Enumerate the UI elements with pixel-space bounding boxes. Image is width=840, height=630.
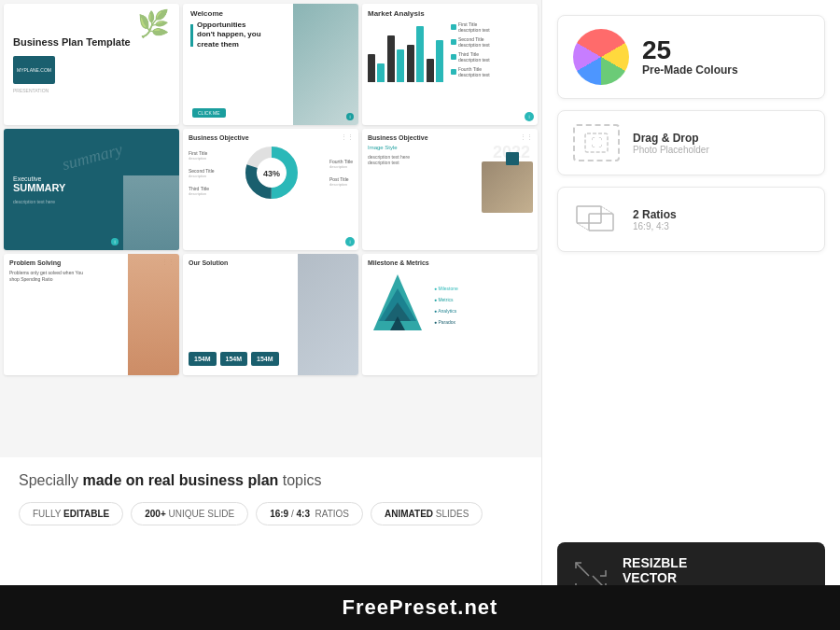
slide-6-title: Business Objective bbox=[368, 134, 532, 141]
slide-5-left-labels: First Titledescription Second Titledescr… bbox=[189, 150, 215, 196]
watermark-text: FreePreset.net bbox=[343, 595, 498, 620]
slide-3-num: i bbox=[525, 112, 534, 121]
slide-welcome[interactable]: Welcome Opportunities don't happen, you … bbox=[183, 4, 358, 125]
svg-line-14 bbox=[576, 563, 589, 576]
dragdrop-label: Drag & Drop bbox=[633, 132, 709, 145]
slide-4-description: description text here bbox=[13, 199, 65, 204]
ratios-label: 2 Ratios bbox=[633, 208, 677, 221]
legend-4: Fourth Titledescription text bbox=[451, 66, 490, 77]
badge-ratios-label: 16:9 / 4:3 RATIOS bbox=[270, 509, 349, 519]
legend-dot-3 bbox=[451, 54, 456, 60]
slide-6-box bbox=[506, 152, 519, 165]
slide-6-desc: description text here description text bbox=[368, 154, 433, 165]
pyramid-label-4: ● Paradox bbox=[434, 319, 458, 325]
colours-info: 25 Pre-Made Colours bbox=[642, 37, 738, 77]
pyramid-label-2: ● Metrics bbox=[434, 297, 458, 302]
bar-3a bbox=[407, 45, 414, 82]
slide-4-image bbox=[123, 175, 179, 250]
tagline: Specially made on real business plan top… bbox=[19, 472, 523, 489]
dragdrop-info: Drag & Drop Photo Placeholder bbox=[633, 132, 709, 155]
legend-dot-4 bbox=[451, 69, 456, 75]
badge-editable-bold: EDITABLE bbox=[63, 509, 109, 519]
slide-2-accent-bar bbox=[190, 24, 193, 47]
badges-row: FULLY EDITABLE 200+ UNIQUE SLIDE 16:9 / … bbox=[19, 502, 523, 525]
slide-5-right-labels: Fourth Titledescription Post Titledescri… bbox=[329, 159, 353, 187]
tagline-bold: made on real business plan bbox=[82, 472, 278, 488]
svg-text:43%: 43% bbox=[263, 169, 280, 178]
slide-cover[interactable]: 🌿 Business Plan Template MYPLANE.COM PRE… bbox=[4, 4, 179, 125]
legend-label-1: First Titledescription text bbox=[458, 21, 490, 33]
ratios-icon bbox=[573, 201, 620, 238]
tagline-suffix: topics bbox=[278, 472, 321, 488]
bar-2a bbox=[387, 35, 395, 82]
slide-milestone[interactable]: Milestone & Metrics ● Milestone ● Metric… bbox=[362, 254, 538, 375]
slide-5-label-4: Fourth Titledescription bbox=[329, 159, 353, 169]
legend-label-4: Fourth Titledescription text bbox=[458, 66, 490, 77]
pyramid-svg bbox=[368, 270, 428, 340]
slide-5-num: i bbox=[345, 237, 355, 246]
slide-6-image bbox=[482, 161, 533, 213]
slide-5-title: Business Objective bbox=[189, 134, 353, 141]
legend-label-3: Third Titledescription text bbox=[458, 51, 490, 63]
colours-label: Pre-Made Colours bbox=[642, 63, 738, 77]
bar-3b bbox=[416, 26, 424, 82]
slide-6-menu[interactable]: ⋮⋮ bbox=[520, 133, 533, 141]
ratios-sub: 16:9, 4:3 bbox=[633, 221, 677, 231]
ratios-info: 2 Ratios 16:9, 4:3 bbox=[633, 208, 677, 231]
badge-slides: 200+ UNIQUE SLIDE bbox=[131, 502, 248, 525]
stat-2: 154M bbox=[220, 352, 248, 366]
badge-ratios: 16:9 / 4:3 RATIOS bbox=[256, 502, 363, 525]
badge-editable: FULLY EDITABLE bbox=[19, 502, 123, 525]
slide-4-dot: i bbox=[111, 238, 119, 245]
stat-1: 154M bbox=[189, 352, 217, 366]
svg-line-13 bbox=[601, 206, 613, 214]
slide-1-logo-box: MYPLANE.COM bbox=[13, 56, 55, 84]
feature-ratios[interactable]: 2 Ratios 16:9, 4:3 bbox=[557, 187, 825, 252]
slide-3-content: First Titledescription text Second Title… bbox=[368, 21, 532, 87]
badge-animated: ANIMATED SLIDES bbox=[371, 502, 483, 525]
donut-chart-svg: 43% bbox=[244, 145, 300, 201]
slide-business-obj-2022[interactable]: ⋮⋮ 2022 Business Objective Image Style d… bbox=[362, 129, 538, 250]
slide-5-menu[interactable]: ⋮⋮ bbox=[341, 133, 354, 141]
slide-solution[interactable]: Our Solution 154M 154M 154M bbox=[183, 254, 358, 375]
slide-1-presentation-label: PRESENTATION bbox=[13, 88, 170, 93]
badge-animated-label: ANIMATED SLIDES bbox=[385, 509, 469, 519]
feature-colours[interactable]: 25 Pre-Made Colours bbox=[557, 15, 825, 99]
watermark-bar: FreePreset.net bbox=[0, 585, 840, 630]
colour-sphere-icon bbox=[573, 29, 629, 85]
slide-5-label-3: Third Titledescription bbox=[189, 186, 215, 196]
slide-market[interactable]: Market Analysis bbox=[362, 4, 538, 125]
pyramid-chart: ● Milestone ● Metrics ● Analytics ● Para… bbox=[368, 270, 532, 340]
slide-2-dot: i bbox=[346, 113, 354, 120]
main-left: 🌿 Business Plan Template MYPLANE.COM PRE… bbox=[0, 0, 541, 630]
pyramid-label-3: ● Analytics bbox=[434, 308, 458, 314]
slide-executive[interactable]: summary Executive SUMMARY description te… bbox=[4, 129, 179, 250]
slide-5-label-5: Post Titledescription bbox=[329, 176, 353, 187]
slide-4-title: SUMMARY bbox=[13, 182, 65, 193]
legend-3: Third Titledescription text bbox=[451, 51, 490, 63]
slide-5-label-1: First Titledescription bbox=[189, 150, 215, 161]
badge-slides-label: 200+ UNIQUE SLIDE bbox=[145, 509, 234, 519]
badge-slides-num: 200+ bbox=[145, 509, 166, 519]
slide-2-text: Opportunities don't happen, you create t… bbox=[197, 21, 262, 49]
bar-4b bbox=[436, 40, 443, 82]
legend-dot-2 bbox=[451, 39, 456, 45]
right-sidebar: 25 Pre-Made Colours ⛶ Drag & Drop Photo … bbox=[541, 0, 840, 630]
slide-2-image bbox=[293, 4, 358, 125]
bar-2b bbox=[397, 49, 404, 82]
bar-1b bbox=[377, 63, 385, 82]
dragdrop-sub: Photo Placeholder bbox=[633, 145, 709, 155]
feature-dragdrop[interactable]: ⛶ Drag & Drop Photo Placeholder bbox=[557, 110, 825, 175]
slide-9-title: Milestone & Metrics bbox=[368, 259, 532, 266]
slide-4-sub: Executive bbox=[13, 175, 65, 182]
svg-text:⛶: ⛶ bbox=[591, 136, 602, 149]
slide-business-obj-donut[interactable]: ⋮⋮ Business Objective First Titledescrip… bbox=[183, 129, 358, 250]
slide-7-text: Problems only get solved when You shop S… bbox=[9, 270, 84, 283]
legend-1: First Titledescription text bbox=[451, 21, 490, 33]
slide-2-button[interactable]: CLICK ME bbox=[192, 108, 226, 118]
colours-number: 25 bbox=[642, 37, 738, 63]
slide-4-content: Executive SUMMARY description text here bbox=[13, 175, 65, 204]
slides-grid: 🌿 Business Plan Template MYPLANE.COM PRE… bbox=[0, 0, 541, 379]
slide-problem[interactable]: ⋮⋮ Problem Solving Problems only get sol… bbox=[4, 254, 179, 375]
badge-editable-label: FULLY EDITABLE bbox=[33, 509, 109, 519]
